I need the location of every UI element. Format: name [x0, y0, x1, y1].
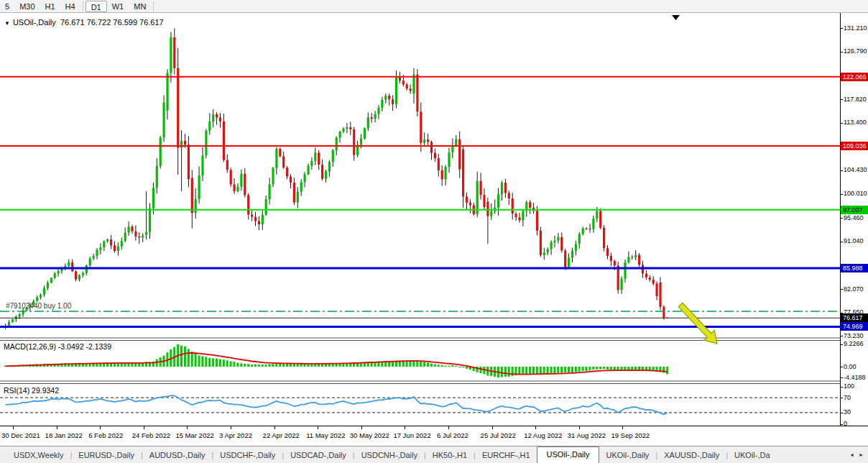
- price-axis-label: 100.010: [844, 190, 867, 198]
- date-axis-tick: [579, 426, 580, 429]
- symbol-tab-hk50-h1[interactable]: HK50-,H1: [426, 448, 474, 463]
- toolbar-separator: [153, 1, 154, 11]
- macd-indicator-label: MACD(12,26,9) -3.0492 -2.1339: [4, 342, 111, 351]
- price-axis-label: 104.430: [844, 166, 867, 174]
- trading-terminal-window: 5M30H1H4D1W1MN ▼USOil-,Daily 76.671 76.7…: [0, 0, 868, 463]
- price-axis-label: 9.2266: [844, 340, 864, 348]
- price-axis-label: 131.210: [844, 24, 867, 32]
- date-label: 6 Jul 2022: [437, 431, 468, 439]
- axis-tick: [841, 344, 843, 345]
- date-axis-tick: [13, 426, 14, 429]
- price-axis[interactable]: 131.210126.790117.820113.400104.430100.0…: [840, 13, 868, 426]
- date-label: 22 Apr 2022: [263, 431, 300, 439]
- tab-scroll-left-icon[interactable]: ◄: [849, 452, 854, 457]
- axis-tick: [841, 242, 843, 242]
- symbol-tab-ukoil-da[interactable]: UKOil-,Da: [728, 448, 777, 463]
- price-axis-label: 117.820: [844, 96, 867, 104]
- date-label: 3 Apr 2022: [219, 431, 252, 439]
- price-badge-76.617: 76.617: [841, 313, 868, 322]
- date-label: 30 May 2022: [350, 431, 389, 439]
- arrow-annotation[interactable]: [678, 303, 717, 344]
- axis-tick: [841, 367, 843, 367]
- date-label: 17 Jun 2022: [393, 431, 430, 439]
- price-axis-label: 0.00: [844, 363, 857, 371]
- axis-tick: [841, 123, 843, 124]
- symbol-tab-usdcad-daily[interactable]: USDCAD-,Daily: [284, 448, 353, 463]
- chart-canvas[interactable]: [0, 13, 840, 426]
- rsi-indicator-label: RSI(14) 29.9342: [4, 386, 59, 395]
- symbol-tab-usoil-daily[interactable]: USOil-,Daily: [537, 446, 600, 463]
- date-axis[interactable]: 30 Dec 202118 Jan 20226 Feb 202224 Feb 2…: [0, 426, 868, 446]
- date-label: 19 Sep 2022: [611, 431, 650, 439]
- symbol-tab-bar: USDX,Weekly|EURUSD-,Daily|AUDUSD-,Daily|…: [0, 446, 868, 463]
- axis-tick: [841, 336, 843, 336]
- date-label: 25 Jul 2022: [481, 431, 516, 439]
- price-axis-label: -4.4188: [844, 374, 866, 382]
- date-axis-tick: [622, 426, 623, 429]
- title-ohlc-values: 76.671 76.722 76.599 76.617: [60, 18, 164, 27]
- date-axis-tick: [448, 426, 449, 429]
- timeframe-button-d1[interactable]: D1: [86, 1, 107, 12]
- axis-tick: [841, 424, 843, 425]
- date-axis-tick: [187, 426, 188, 429]
- timeframe-button-h4[interactable]: H4: [60, 1, 80, 12]
- axis-tick: [841, 170, 843, 171]
- chart-title: ▼USOil-,Daily 76.671 76.722 76.599 76.61…: [4, 18, 164, 27]
- date-label: 30 Dec 2021: [1, 431, 40, 439]
- axis-tick: [841, 194, 843, 195]
- date-label: 6 Feb 2022: [88, 431, 123, 439]
- date-axis-tick: [100, 426, 101, 429]
- rsi-line: [6, 395, 668, 414]
- price-axis-label: 113.400: [844, 119, 867, 127]
- symbol-tab-eurchf-h1[interactable]: EURCHF-,H1: [476, 448, 537, 463]
- symbol-dropdown-icon[interactable]: ▼: [4, 20, 10, 27]
- symbol-tab-usdx-weekly[interactable]: USDX,Weekly: [7, 448, 70, 463]
- axis-tick: [841, 52, 843, 52]
- date-label: 11 May 2022: [306, 431, 345, 439]
- axis-tick: [841, 413, 843, 413]
- toolbar-separator: [83, 1, 83, 11]
- timeframe-toolbar: 5M30H1H4D1W1MN: [0, 0, 868, 13]
- timeframe-button-m30[interactable]: M30: [14, 1, 40, 12]
- timeframe-button-5[interactable]: 5: [0, 1, 14, 12]
- tab-scroll-controls: ◄ ►: [845, 446, 868, 463]
- price-axis-label: 100: [844, 382, 854, 390]
- symbol-tab-eurusd-daily[interactable]: EURUSD-,Daily: [72, 448, 141, 463]
- date-axis-tick: [405, 426, 405, 429]
- symbol-name: USOil-,Daily: [13, 18, 56, 27]
- symbol-tab-ukoil-daily[interactable]: UKOil-,Daily: [599, 448, 655, 463]
- timeframe-button-h1[interactable]: H1: [40, 1, 60, 12]
- date-label: 15 Mar 2022: [175, 431, 213, 439]
- price-badge-109.036: 109.036: [841, 142, 868, 150]
- date-axis-tick: [274, 426, 275, 429]
- price-axis-label: 126.790: [844, 47, 867, 55]
- candles-layer: [4, 28, 668, 329]
- pane-separator[interactable]: [0, 381, 840, 384]
- symbol-tab-usdchf-daily[interactable]: USDCHF-,Daily: [213, 448, 282, 463]
- symbol-tab-usdcnh-daily[interactable]: USDCNH-,Daily: [355, 448, 424, 463]
- timeframe-button-w1[interactable]: W1: [107, 1, 129, 12]
- price-axis-label: 70: [844, 394, 851, 402]
- date-axis-tick: [492, 426, 493, 429]
- symbol-tab-xauusd-daily[interactable]: XAUUSD-,Daily: [657, 448, 726, 463]
- date-label: 12 Aug 2022: [524, 431, 562, 439]
- symbol-tab-audusd-daily[interactable]: AUDUSD-,Daily: [143, 448, 212, 463]
- date-axis-tick: [361, 426, 362, 429]
- axis-tick: [841, 99, 843, 100]
- trade-position-label: #79102440 buy 1.00: [6, 302, 71, 310]
- axis-tick: [841, 289, 843, 290]
- axis-tick: [841, 398, 843, 398]
- chart-shift-marker-icon[interactable]: [672, 15, 680, 20]
- date-label: 31 Aug 2022: [568, 431, 606, 439]
- date-axis-tick: [144, 426, 144, 429]
- price-badge-122.066: 122.066: [841, 73, 868, 81]
- tab-scroll-right-icon[interactable]: ►: [859, 452, 864, 457]
- axis-tick: [841, 28, 843, 29]
- timeframe-button-mn[interactable]: MN: [129, 1, 151, 12]
- date-axis-tick: [231, 426, 231, 429]
- date-axis-tick: [57, 426, 57, 429]
- price-axis-label: 30: [844, 408, 851, 416]
- chart-area[interactable]: ▼USOil-,Daily 76.671 76.722 76.599 76.61…: [0, 13, 840, 426]
- axis-tick: [841, 387, 843, 388]
- price-badge-74.969: 74.969: [841, 322, 868, 331]
